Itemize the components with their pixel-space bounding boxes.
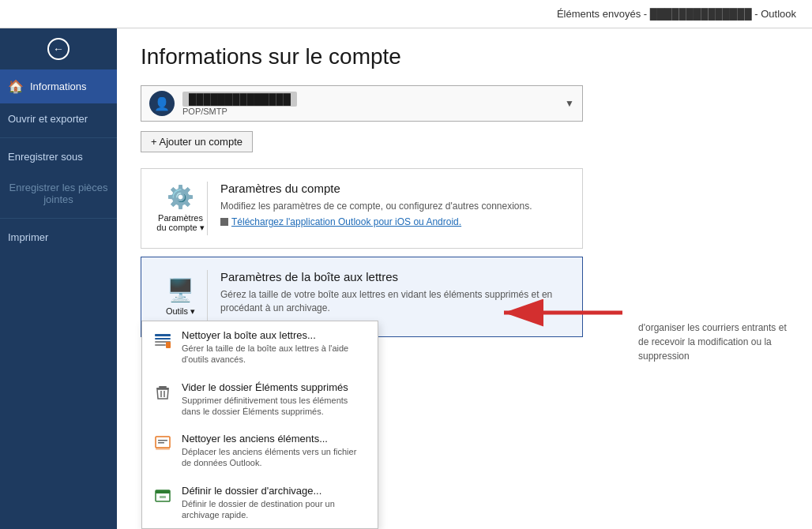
svg-rect-0 <box>155 334 171 336</box>
sidebar-item-imprimer[interactable]: Imprimer <box>0 222 117 253</box>
card-title-outils: Paramètres de la boîte aux lettres <box>220 270 570 283</box>
sidebar-item-label: Enregistrer sous <box>8 151 83 163</box>
sidebar-item-label: Imprimer <box>8 231 48 243</box>
page-title: Informations sur le compte <box>141 44 788 69</box>
card-link-text: Téléchargez l'application Outlook pour i… <box>231 216 461 227</box>
card-icon-label: Paramètresdu compte ▾ <box>156 213 204 233</box>
sidebar-item-label: Ouvrir et exporter <box>8 113 88 125</box>
sidebar-item-enregistrer-pj: Enregistrer les pièces jointes <box>0 172 117 215</box>
menu-item-title: Nettoyer les anciens éléments... <box>182 433 368 445</box>
menu-item-nettoyer-boite[interactable]: Nettoyer la boîte aux lettres... Gérer l… <box>142 321 378 373</box>
svg-rect-4 <box>166 342 171 348</box>
add-account-button[interactable]: + Ajouter un compte <box>141 131 253 152</box>
card-link-outlook-ios[interactable]: Téléchargez l'application Outlook pour i… <box>220 216 570 227</box>
nettoyer-boite-icon <box>152 329 174 351</box>
sidebar-divider-1 <box>0 137 117 138</box>
content-area: Informations sur le compte 👤 ███████████… <box>117 28 812 529</box>
menu-item-title: Nettoyer la boîte aux lettres... <box>182 329 368 341</box>
menu-item-desc: Supprimer définitivement tous les élémen… <box>182 395 368 418</box>
svg-rect-11 <box>158 442 164 444</box>
title-bar: Éléments envoyés - ██████████████ - Outl… <box>0 0 812 28</box>
card-desc-outils: Gérez la taille de votre boîte aux lettr… <box>220 288 570 315</box>
menu-item-desc: Déplacer les anciens éléments vers un fi… <box>182 446 368 469</box>
card-content-parametres: Paramètres du compte Modifiez les paramè… <box>220 182 570 227</box>
menu-item-desc: Définir le dossier de destination pour u… <box>182 498 368 521</box>
svg-rect-10 <box>158 440 167 441</box>
menu-item-definir-archivage[interactable]: Définir le dossier d'archivage... Défini… <box>142 477 378 529</box>
card-icon-parametres: ⚙️ Paramètresdu compte ▾ <box>154 182 208 235</box>
svg-rect-3 <box>155 344 166 346</box>
sidebar-item-label: Informations <box>30 81 87 92</box>
back-circle-icon: ← <box>47 38 70 60</box>
svg-rect-15 <box>160 496 166 498</box>
sidebar-item-label: Enregistrer les pièces jointes <box>8 182 109 205</box>
sidebar-item-informations[interactable]: 🏠 Informations <box>0 69 117 103</box>
account-dropdown-arrow: ▼ <box>565 98 574 109</box>
menu-item-text-definir-archivage: Définir le dossier d'archivage... Défini… <box>182 485 368 521</box>
menu-item-title: Vider le dossier Éléments supprimés <box>182 381 368 393</box>
title-bar-text: Éléments envoyés - ██████████████ - Outl… <box>557 8 796 20</box>
informations-icon: 🏠 <box>8 79 24 94</box>
outils-dropdown-menu: Nettoyer la boîte aux lettres... Gérer l… <box>141 321 378 529</box>
account-selector[interactable]: 👤 ██████████████ POP/SMTP ▼ <box>141 85 583 122</box>
menu-item-text-vider-dossier: Vider le dossier Éléments supprimés Supp… <box>182 381 368 418</box>
sidebar: ← 🏠 Informations Ouvrir et exporter Enre… <box>0 28 117 529</box>
svg-rect-1 <box>155 338 171 340</box>
add-account-label: + Ajouter un compte <box>151 136 242 148</box>
card-parametres-compte[interactable]: ⚙️ Paramètresdu compte ▾ Paramètres du c… <box>141 168 583 249</box>
outils-icon: 🖥️ <box>167 277 194 303</box>
card-icon-outils: 🖥️ Outils ▾ <box>154 270 208 324</box>
link-square-icon <box>220 218 228 226</box>
card-outils[interactable]: 🖥️ Outils ▾ Paramètres de la boîte aux l… <box>141 257 583 337</box>
menu-item-nettoyer-anciens[interactable]: Nettoyer les anciens éléments... Déplace… <box>142 425 378 477</box>
right-partial-text: d'organiser les courriers entrants et de… <box>638 321 796 363</box>
menu-item-vider-dossier[interactable]: Vider le dossier Éléments supprimés Supp… <box>142 373 378 426</box>
card-content-outils: Paramètres de la boîte aux lettres Gérez… <box>220 270 570 315</box>
sidebar-item-enregistrer-sous[interactable]: Enregistrer sous <box>0 141 117 172</box>
definir-archivage-icon <box>152 485 174 507</box>
menu-item-title: Définir le dossier d'archivage... <box>182 485 368 497</box>
card-icon-label: Outils ▾ <box>166 306 195 317</box>
main-layout: ← 🏠 Informations Ouvrir et exporter Enre… <box>0 28 812 529</box>
account-type: POP/SMTP <box>182 107 565 116</box>
sidebar-item-ouvrir-exporter[interactable]: Ouvrir et exporter <box>0 103 117 134</box>
account-info: ██████████████ POP/SMTP <box>182 92 565 116</box>
svg-rect-6 <box>159 386 167 388</box>
menu-item-text-nettoyer-anciens: Nettoyer les anciens éléments... Déplace… <box>182 433 368 469</box>
account-email: ██████████████ <box>182 92 297 107</box>
card-title-parametres: Paramètres du compte <box>220 182 570 195</box>
card-desc-parametres: Modifiez les paramètres de ce compte, ou… <box>220 200 570 213</box>
menu-item-desc: Gérer la taille de la boîte aux lettres … <box>182 343 368 366</box>
back-button[interactable]: ← <box>0 28 117 69</box>
nettoyer-anciens-icon <box>152 433 174 455</box>
account-avatar-icon: 👤 <box>149 91 175 116</box>
svg-rect-14 <box>156 490 170 493</box>
sidebar-divider-2 <box>0 218 117 219</box>
parametres-icon: ⚙️ <box>167 184 194 210</box>
menu-item-text-nettoyer-boite: Nettoyer la boîte aux lettres... Gérer l… <box>182 329 368 366</box>
vider-dossier-icon <box>152 381 174 403</box>
svg-rect-12 <box>156 448 170 450</box>
